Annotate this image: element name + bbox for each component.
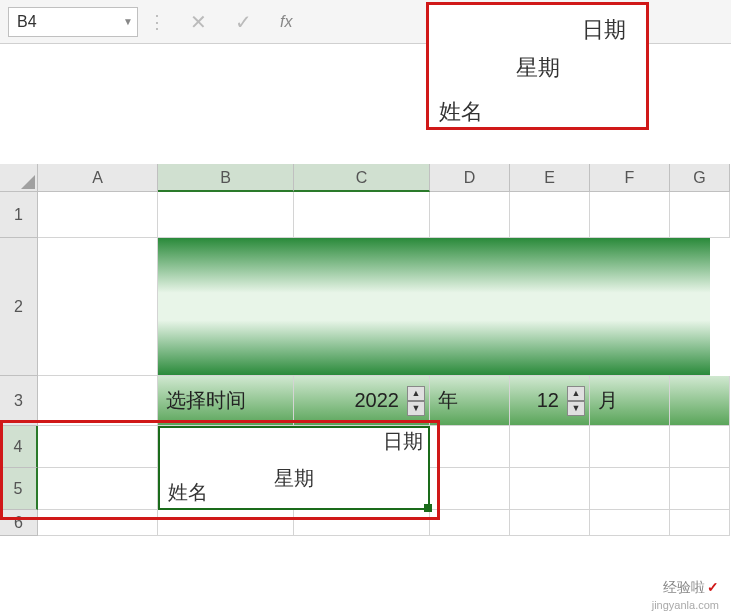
year-down-button[interactable]: ▼: [407, 401, 425, 416]
select-all-corner[interactable]: [0, 164, 38, 192]
cell-e6[interactable]: [510, 510, 590, 536]
year-value: 2022: [294, 389, 403, 412]
cell-c6[interactable]: [294, 510, 430, 536]
cell-g3[interactable]: [670, 376, 730, 426]
col-header-c[interactable]: C: [294, 164, 430, 192]
cell-d5[interactable]: [430, 468, 510, 510]
preview-date-label: 日期: [439, 15, 626, 45]
year-unit: 年: [430, 387, 458, 414]
row-header-6[interactable]: 6: [0, 510, 38, 536]
formula-preview-box: 日期 星期 姓名: [426, 2, 649, 130]
cell-b1[interactable]: [158, 192, 294, 238]
cell-d1[interactable]: [430, 192, 510, 238]
watermark: 经验啦✓: [663, 579, 719, 597]
year-spinner: ▲ ▼: [407, 386, 425, 416]
spreadsheet-grid: A B C D E F G 1 2 3 选择时间 2022 ▲ ▼: [0, 164, 731, 536]
year-up-button[interactable]: ▲: [407, 386, 425, 401]
row-1: 1: [0, 192, 731, 238]
cell-b3[interactable]: 选择时间: [158, 376, 294, 426]
cell-b6[interactable]: [158, 510, 294, 536]
merged-name-label: 姓名: [162, 477, 214, 508]
merged-date-label: 日期: [158, 426, 429, 457]
cell-f6[interactable]: [590, 510, 670, 536]
cell-g5[interactable]: [670, 468, 730, 510]
cell-e4[interactable]: [510, 426, 590, 468]
cell-b4-merged[interactable]: 日期 星期 姓名: [158, 426, 430, 510]
col-header-a[interactable]: A: [38, 164, 158, 192]
row-header-5[interactable]: 5: [0, 468, 38, 510]
row-header-1[interactable]: 1: [0, 192, 38, 238]
row-3: 3 选择时间 2022 ▲ ▼ 年 12 ▲ ▼ 月: [0, 376, 731, 426]
month-up-button[interactable]: ▲: [567, 386, 585, 401]
row-6: 6: [0, 510, 731, 536]
cell-a4[interactable]: [38, 426, 158, 468]
cell-a5[interactable]: [38, 468, 158, 510]
cell-e1[interactable]: [510, 192, 590, 238]
fx-icon[interactable]: fx: [280, 13, 292, 31]
row-header-4[interactable]: 4: [0, 426, 38, 468]
cell-f5[interactable]: [590, 468, 670, 510]
cell-e5[interactable]: [510, 468, 590, 510]
cell-d4[interactable]: [430, 426, 510, 468]
column-headers: A B C D E F G: [0, 164, 731, 192]
expand-icon[interactable]: ⋮: [148, 11, 166, 33]
row-2: 2: [0, 238, 731, 376]
month-unit: 月: [590, 387, 618, 414]
row-4: 4 日期 星期 姓名: [0, 426, 731, 468]
col-header-g[interactable]: G: [670, 164, 730, 192]
col-header-e[interactable]: E: [510, 164, 590, 192]
preview-name-label: 姓名: [439, 97, 636, 127]
cell-a2[interactable]: [38, 238, 158, 376]
banner-merged[interactable]: [158, 238, 710, 376]
preview-week-label: 星期: [439, 53, 636, 83]
cell-reference: B4: [17, 13, 37, 31]
chevron-down-icon[interactable]: ▼: [123, 16, 133, 27]
cell-a1[interactable]: [38, 192, 158, 238]
cell-c1[interactable]: [294, 192, 430, 238]
cell-g1[interactable]: [670, 192, 730, 238]
cancel-icon: ✕: [190, 10, 207, 34]
row-header-3[interactable]: 3: [0, 376, 38, 426]
cell-f3[interactable]: 月: [590, 376, 670, 426]
check-icon: ✓: [707, 579, 719, 595]
col-header-d[interactable]: D: [430, 164, 510, 192]
row-header-2[interactable]: 2: [0, 238, 38, 376]
month-down-button[interactable]: ▼: [567, 401, 585, 416]
col-header-b[interactable]: B: [158, 164, 294, 192]
cell-f1[interactable]: [590, 192, 670, 238]
select-time-label: 选择时间: [158, 387, 246, 414]
cell-d3[interactable]: 年: [430, 376, 510, 426]
watermark-url: jingyanla.com: [652, 599, 719, 611]
cell-e3[interactable]: 12 ▲ ▼: [510, 376, 590, 426]
month-spinner: ▲ ▼: [567, 386, 585, 416]
cell-a6[interactable]: [38, 510, 158, 536]
cell-d6[interactable]: [430, 510, 510, 536]
cell-g6[interactable]: [670, 510, 730, 536]
cell-g4[interactable]: [670, 426, 730, 468]
col-header-f[interactable]: F: [590, 164, 670, 192]
month-value: 12: [510, 389, 563, 412]
enter-icon: ✓: [235, 10, 252, 34]
cell-c3[interactable]: 2022 ▲ ▼: [294, 376, 430, 426]
cell-f4[interactable]: [590, 426, 670, 468]
name-box[interactable]: B4 ▼: [8, 7, 138, 37]
cell-a3[interactable]: [38, 376, 158, 426]
